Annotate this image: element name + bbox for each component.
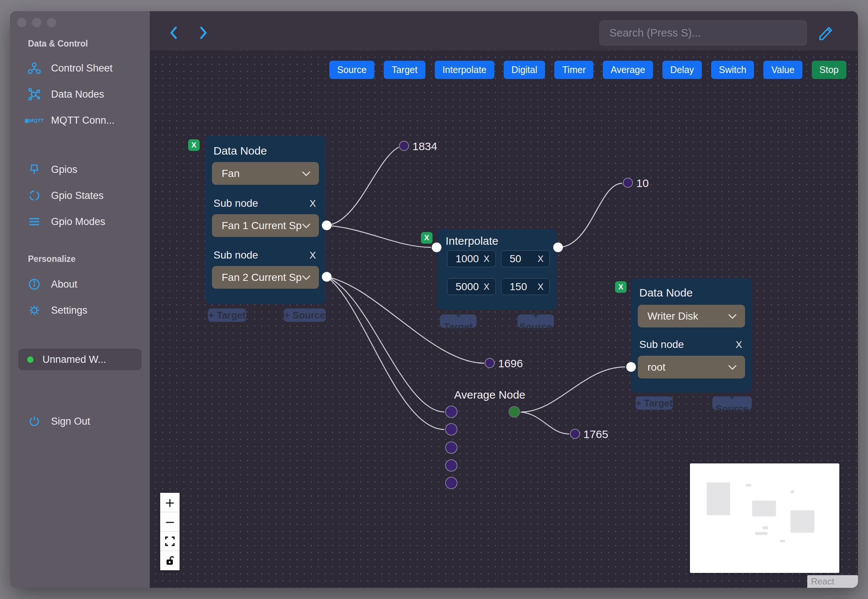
interpolate-input-2[interactable]: 50 X bbox=[501, 250, 550, 267]
fan-data-node[interactable]: Data Node Fan Sub node X Fan 1 Current S… bbox=[205, 135, 326, 304]
fit-view-icon bbox=[165, 536, 175, 546]
power-icon bbox=[28, 415, 41, 427]
edge-endpoint-dot[interactable] bbox=[623, 178, 633, 188]
average-target-handle-3[interactable] bbox=[445, 441, 457, 454]
lock-button[interactable] bbox=[160, 551, 179, 570]
flow-canvas[interactable]: Source Target Interpolate Digital Timer … bbox=[150, 50, 858, 588]
sidebar-item-data-nodes[interactable]: Data Nodes bbox=[28, 88, 104, 101]
clear-value-button[interactable]: X bbox=[484, 281, 489, 292]
interpolate-input-3[interactable]: 5000 X bbox=[447, 278, 496, 295]
edge-interpolate-10 bbox=[558, 183, 622, 247]
select-value: Fan 2 Current Spe bbox=[222, 272, 302, 283]
source-handle-fan-2[interactable] bbox=[322, 272, 332, 281]
interpolate-node[interactable]: Interpolate 1000 X 50 X 5000 X 150 bbox=[437, 229, 557, 310]
add-source-pill[interactable]: + Source bbox=[284, 309, 326, 322]
add-target-button[interactable]: Target bbox=[384, 61, 425, 79]
clear-value-button[interactable]: X bbox=[484, 254, 489, 264]
average-source-handle[interactable] bbox=[508, 406, 520, 418]
node-title: Data Node bbox=[639, 286, 692, 299]
sidebar-section-data-control: Data & Control bbox=[28, 39, 88, 49]
sidebar-item-gpio-states[interactable]: Gpio States bbox=[28, 189, 104, 202]
zoom-in-button[interactable]: + bbox=[160, 493, 179, 512]
sub-node-label: Sub node bbox=[214, 249, 258, 261]
sidebar-item-mqtt[interactable]: ▣MQTT MQTT Conn... bbox=[28, 114, 115, 126]
search-input[interactable] bbox=[599, 21, 807, 45]
sidebar-item-workflow[interactable]: Unnamed W... bbox=[18, 349, 141, 370]
fit-view-button[interactable] bbox=[160, 531, 179, 551]
sidebar-item-sign-out[interactable]: Sign Out bbox=[28, 415, 90, 427]
sub-node-select[interactable]: root bbox=[638, 356, 745, 378]
remove-sub-node-button[interactable]: X bbox=[310, 198, 316, 209]
average-target-handle-1[interactable] bbox=[445, 406, 457, 418]
add-target-pill[interactable]: + Target bbox=[440, 315, 477, 328]
node-type-select[interactable]: Writer Disk bbox=[638, 305, 745, 327]
edit-button[interactable] bbox=[817, 25, 834, 41]
sidebar-item-gpio-modes[interactable]: Gpio Modes bbox=[28, 215, 105, 228]
back-button[interactable] bbox=[166, 25, 182, 41]
sidebar: Data & Control Control Sheet Data bbox=[10, 11, 150, 588]
add-switch-button[interactable]: Switch bbox=[711, 61, 754, 79]
add-source-button[interactable]: Source bbox=[329, 61, 375, 79]
minimap-node bbox=[746, 484, 751, 486]
react-flow-attribution[interactable]: React Flow bbox=[807, 575, 858, 588]
edge-endpoint-dot[interactable] bbox=[570, 429, 580, 439]
sub-node-select-1[interactable]: Fan 1 Current Spe bbox=[212, 214, 319, 237]
source-handle-fan-1[interactable] bbox=[322, 221, 332, 230]
target-handle-interpolate[interactable] bbox=[432, 242, 441, 252]
sub-node-row: Sub node X bbox=[214, 197, 316, 209]
add-interpolate-button[interactable]: Interpolate bbox=[435, 61, 494, 79]
zoom-out-button[interactable]: − bbox=[160, 512, 179, 531]
delete-node-button[interactable]: X bbox=[615, 281, 627, 293]
delete-node-button[interactable]: X bbox=[421, 232, 433, 244]
add-target-pill[interactable]: + Target bbox=[208, 309, 246, 322]
add-delay-button[interactable]: Delay bbox=[662, 61, 702, 79]
delete-node-button[interactable]: X bbox=[188, 139, 200, 151]
edge-endpoint-dot[interactable] bbox=[399, 141, 409, 151]
edge-endpoint-dot[interactable] bbox=[485, 358, 495, 368]
workflow-label: Unnamed W... bbox=[42, 354, 106, 366]
chevron-down-icon bbox=[728, 314, 737, 319]
content-area: Source Target Interpolate Digital Timer … bbox=[150, 11, 858, 588]
stop-button[interactable]: Stop bbox=[812, 61, 846, 79]
sidebar-item-settings[interactable]: Settings bbox=[28, 304, 87, 317]
minimap-node bbox=[791, 510, 814, 533]
add-value-button[interactable]: Value bbox=[763, 61, 802, 79]
remove-sub-node-button[interactable]: X bbox=[736, 339, 742, 351]
forward-button[interactable] bbox=[195, 25, 211, 41]
minimap[interactable] bbox=[690, 464, 839, 573]
target-handle-writer[interactable] bbox=[626, 362, 636, 372]
add-source-pill[interactable]: + Source bbox=[712, 396, 752, 410]
add-source-pill[interactable]: + Source bbox=[517, 315, 554, 328]
edge-fan1-interpolate bbox=[327, 225, 431, 247]
topbar bbox=[150, 11, 858, 50]
input-value: 5000 bbox=[456, 281, 479, 293]
interpolate-input-1[interactable]: 1000 X bbox=[447, 250, 496, 267]
sub-node-select-2[interactable]: Fan 2 Current Spe bbox=[212, 266, 319, 289]
add-average-button[interactable]: Average bbox=[603, 61, 653, 79]
average-target-handle-2[interactable] bbox=[445, 423, 457, 435]
writer-data-node[interactable]: Data Node Writer Disk Sub node X root bbox=[631, 278, 752, 393]
sub-node-label: Sub node bbox=[214, 197, 258, 209]
sidebar-item-about[interactable]: About bbox=[28, 278, 77, 290]
node-type-select[interactable]: Fan bbox=[212, 162, 319, 185]
chevron-down-icon bbox=[302, 275, 311, 280]
chevron-down-icon bbox=[302, 223, 311, 228]
sidebar-section-personalize: Personalize bbox=[28, 254, 76, 264]
source-handle-interpolate[interactable] bbox=[553, 242, 563, 252]
add-timer-button[interactable]: Timer bbox=[554, 61, 593, 79]
add-target-pill[interactable]: + Target bbox=[636, 396, 673, 410]
clear-value-button[interactable]: X bbox=[537, 281, 543, 292]
add-digital-button[interactable]: Digital bbox=[504, 61, 545, 79]
average-target-handle-5[interactable] bbox=[445, 477, 457, 489]
average-target-handle-4[interactable] bbox=[445, 459, 457, 472]
sidebar-item-label: Settings bbox=[51, 305, 87, 316]
sidebar-item-gpios[interactable]: Gpios bbox=[28, 163, 77, 176]
sidebar-item-control-sheet[interactable]: Control Sheet bbox=[28, 62, 113, 75]
data-nodes-icon bbox=[28, 88, 41, 101]
clear-value-button[interactable]: X bbox=[537, 254, 543, 264]
chevron-down-icon bbox=[302, 171, 311, 176]
remove-sub-node-button[interactable]: X bbox=[310, 250, 316, 261]
average-node-title: Average Node bbox=[454, 388, 525, 401]
select-value: Writer Disk bbox=[647, 310, 698, 322]
interpolate-input-4[interactable]: 150 X bbox=[501, 278, 550, 295]
